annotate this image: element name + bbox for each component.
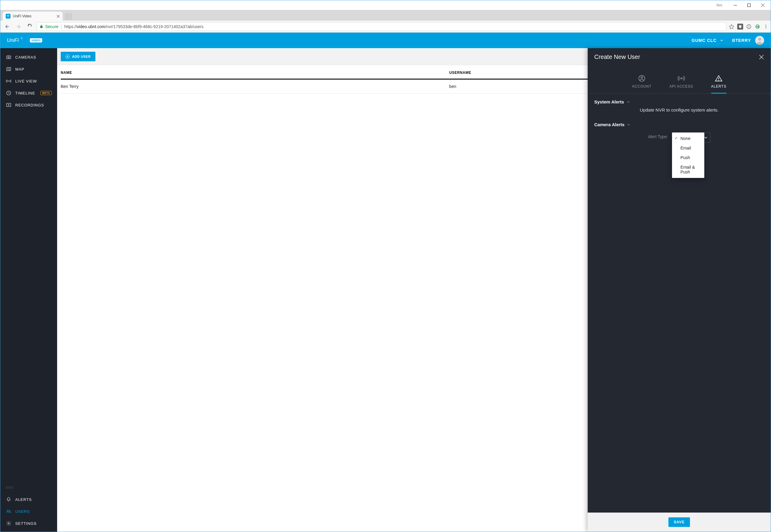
- nav-forward-button[interactable]: [14, 22, 23, 31]
- tab-label: API ACCESS: [669, 84, 693, 89]
- cell-name: Ben Terry: [61, 79, 449, 94]
- tab-label: ACCOUNT: [632, 84, 651, 89]
- svg-point-11: [8, 57, 9, 58]
- section-heading: Camera Alerts: [594, 122, 624, 127]
- alert-triangle-icon: [715, 75, 723, 82]
- dropdown-option-none[interactable]: None: [672, 134, 704, 143]
- url-text: https://video.ubnt.com/nvr/179533de-8bf9…: [64, 24, 203, 29]
- sidebar-item-recordings[interactable]: RECORDINGS: [0, 99, 57, 111]
- svg-point-8: [766, 28, 767, 28]
- users-icon: [6, 508, 12, 514]
- secure-indicator: Secure: [39, 24, 58, 29]
- os-titlebar: Ben: [0, 0, 771, 10]
- add-user-button[interactable]: + ADD USER: [61, 52, 95, 61]
- alert-type-label: Alert Type:: [648, 132, 668, 139]
- tab-api-access[interactable]: API ACCESS: [669, 75, 693, 94]
- section-heading: System Alerts: [594, 99, 624, 104]
- plus-circle-icon: +: [65, 54, 70, 59]
- tab-label: ALERTS: [711, 84, 726, 89]
- system-alerts-section: System Alerts Update NVR to configure sy…: [588, 94, 771, 117]
- window-close-button[interactable]: [756, 1, 770, 10]
- sidebar-item-users[interactable]: USERS: [0, 505, 57, 517]
- ublock-extension-icon[interactable]: [737, 24, 743, 30]
- create-user-drawer: Create New User ACCOUNT API ACCESS ALERT…: [588, 48, 771, 532]
- dropdown-option-email-push[interactable]: Email & Push: [672, 162, 704, 177]
- alert-type-dropdown: None Email Push Email & Push: [672, 132, 704, 178]
- svg-rect-3: [749, 26, 749, 28]
- column-header-name[interactable]: NAME: [61, 65, 449, 79]
- camera-alerts-section: Camera Alerts Alert Type: None Email Pus…: [588, 117, 771, 150]
- new-tab-button[interactable]: [65, 13, 72, 20]
- app-header: UniFi VIDEO GUMC CLC BTERRY: [0, 33, 771, 48]
- unifi-favicon-icon: [6, 14, 10, 19]
- dropdown-option-email[interactable]: Email: [672, 143, 704, 153]
- avatar[interactable]: [755, 36, 764, 45]
- drawer-close-button[interactable]: [759, 54, 764, 60]
- window-minimize-button[interactable]: [728, 1, 742, 10]
- chevron-up-icon[interactable]: [627, 100, 630, 104]
- secure-label: Secure: [45, 24, 58, 29]
- svg-point-6: [766, 25, 767, 26]
- add-user-label: ADD USER: [72, 55, 91, 58]
- sidebar-item-label: LIVE VIEW: [15, 79, 37, 83]
- account-icon: [638, 75, 645, 82]
- svg-point-2: [749, 25, 749, 26]
- svg-point-10: [758, 38, 761, 41]
- page-info-icon[interactable]: [746, 24, 752, 29]
- drawer-tabs: ACCOUNT API ACCESS ALERTS: [588, 66, 771, 94]
- bell-icon: [6, 496, 12, 502]
- broadcast-icon: [6, 78, 12, 84]
- save-button[interactable]: SAVE: [668, 517, 690, 527]
- unifi-video-logo[interactable]: UniFi VIDEO: [7, 36, 42, 45]
- browser-tab[interactable]: UniFi Video: [3, 12, 63, 21]
- org-switcher[interactable]: GUMC CLC: [692, 38, 724, 43]
- nav-reload-button[interactable]: [25, 22, 34, 31]
- svg-point-19: [641, 77, 643, 78]
- clock-icon: [6, 90, 12, 96]
- tab-close-icon[interactable]: [57, 15, 60, 18]
- svg-point-17: [8, 523, 10, 524]
- sidebar-item-label: SETTINGS: [15, 521, 36, 526]
- sidebar-item-live-view[interactable]: LIVE VIEW: [0, 75, 57, 87]
- dropdown-option-push[interactable]: Push: [672, 153, 704, 162]
- drawer-footer: SAVE: [588, 513, 771, 532]
- chrome-menu-icon[interactable]: [764, 24, 768, 29]
- nav-back-button[interactable]: [3, 22, 12, 31]
- beta-badge: BETA: [40, 91, 52, 95]
- browser-tab-strip: UniFi Video: [0, 10, 771, 21]
- sidebar-item-label: USERS: [15, 509, 30, 514]
- system-alerts-message: Update NVR to configure system alerts.: [594, 104, 764, 114]
- svg-point-20: [680, 78, 682, 79]
- svg-point-15: [7, 510, 9, 512]
- gear-icon: [6, 520, 12, 526]
- video-badge: VIDEO: [30, 38, 42, 42]
- sidebar-item-label: MAP: [15, 67, 25, 71]
- sidebar-item-map[interactable]: MAP: [0, 63, 57, 75]
- window-maximize-button[interactable]: [742, 1, 756, 10]
- sidebar-item-cameras[interactable]: CAMERAS: [0, 51, 57, 63]
- tab-account[interactable]: ACCOUNT: [632, 75, 651, 94]
- chevron-down-icon: [720, 38, 724, 42]
- sidebar-item-label: TIMELINE: [15, 91, 35, 95]
- browser-tab-title: UniFi Video: [13, 14, 31, 18]
- sidebar-item-timeline[interactable]: TIMELINE BETA: [0, 87, 57, 99]
- chevron-up-icon[interactable]: [627, 123, 630, 126]
- bookmark-star-icon[interactable]: [729, 24, 734, 29]
- extension-icon[interactable]: [755, 24, 761, 30]
- tab-alerts[interactable]: ALERTS: [711, 75, 726, 94]
- svg-rect-21: [718, 78, 719, 79]
- sidebar-item-label: RECORDINGS: [15, 103, 44, 107]
- svg-rect-5: [757, 26, 757, 27]
- lock-icon: [39, 25, 43, 28]
- svg-text:UniFi: UniFi: [7, 37, 19, 43]
- version-label: 3.9.6: [0, 486, 57, 493]
- sidebar-item-alerts[interactable]: ALERTS: [0, 493, 57, 505]
- play-box-icon: [6, 102, 12, 108]
- sidebar-item-label: ALERTS: [15, 497, 32, 502]
- svg-point-16: [9, 510, 10, 512]
- org-label: GUMC CLC: [692, 38, 717, 43]
- sidebar-item-settings[interactable]: SETTINGS: [0, 517, 57, 532]
- address-bar[interactable]: Secure | https://video.ubnt.com/nvr/1795…: [37, 22, 726, 31]
- camera-icon: [6, 54, 12, 60]
- chrome-profile-name: Ben: [717, 3, 722, 7]
